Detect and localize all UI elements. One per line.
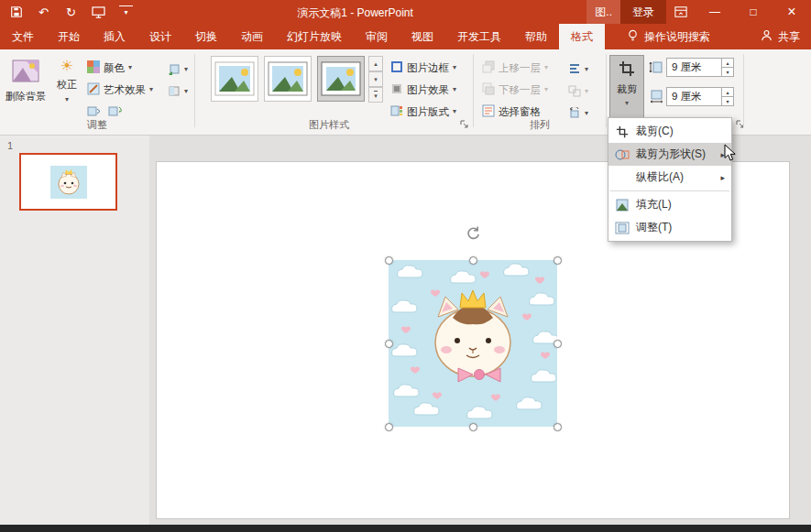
resize-handle-middle-left[interactable]	[385, 340, 393, 348]
customize-qat-icon[interactable]: ▾	[119, 5, 133, 19]
maximize-button[interactable]: □	[734, 0, 773, 24]
tab-slideshow[interactable]: 幻灯片放映	[275, 24, 354, 49]
picture-transparency-icon	[168, 85, 181, 99]
reset-picture-button[interactable]: ▾	[166, 59, 190, 81]
shape-height-field[interactable]: 9 厘米 ▴ ▾	[666, 58, 734, 77]
start-slideshow-icon[interactable]	[92, 5, 105, 19]
tab-help[interactable]: 帮助	[513, 24, 559, 49]
share-button[interactable]: 共享	[750, 24, 811, 49]
minimize-button[interactable]: —	[696, 0, 734, 24]
corrections-label: 校正	[57, 78, 77, 92]
menu-item-crop[interactable]: 裁剪(C)	[608, 120, 731, 143]
group-objects-icon	[568, 85, 581, 99]
corrections-button[interactable]: ☀ 校正 ▾	[50, 56, 83, 122]
undo-icon[interactable]: ↶	[37, 5, 50, 19]
crop-dropdown-arrow: ▾	[625, 100, 629, 107]
gallery-scroll-up-button[interactable]: ▴	[368, 56, 383, 71]
resize-handle-bottom-left[interactable]	[385, 423, 393, 431]
shape-width-value[interactable]: 9 厘米	[667, 88, 721, 105]
resize-handle-bottom-right[interactable]	[553, 423, 562, 431]
tab-home[interactable]: 开始	[46, 24, 92, 49]
group-dropdown-arrow: ▾	[585, 88, 588, 95]
height-spin-down[interactable]: ▾	[722, 68, 733, 76]
redo-icon[interactable]: ↻	[64, 5, 78, 19]
tab-file[interactable]: 文件	[0, 24, 46, 49]
submenu-arrow-icon: ▸	[720, 173, 725, 182]
save-icon[interactable]	[9, 5, 23, 19]
sun-icon: ☀	[60, 59, 73, 73]
close-button[interactable]: ×	[773, 0, 811, 24]
picture-effects-label: 图片效果	[407, 83, 449, 97]
gallery-scroll-down-button[interactable]: ▾	[368, 71, 383, 87]
picture-border-button[interactable]: 图片边框 ▾	[389, 57, 473, 79]
picture-style-2[interactable]	[264, 56, 312, 102]
shape-width-icon	[649, 90, 663, 106]
compress-picture-icon[interactable]	[87, 105, 101, 119]
shape-height-value[interactable]: 9 厘米	[667, 59, 721, 76]
crop-label: 裁剪	[617, 82, 637, 96]
remove-background-button[interactable]: 删除背景	[3, 56, 49, 122]
rotation-handle-icon[interactable]	[466, 225, 481, 244]
reset-picture-icon	[168, 63, 181, 77]
resize-handle-bottom-center[interactable]	[469, 423, 477, 431]
shape-width-field[interactable]: 9 厘米 ▴ ▾	[666, 87, 734, 106]
align-button[interactable]: ▾	[566, 59, 590, 81]
contextual-tab-overflow[interactable]: 图..	[586, 0, 620, 24]
layout-dropdown-arrow: ▾	[453, 108, 456, 115]
menu-item-fill[interactable]: 填充(L)	[608, 193, 731, 216]
menu-item-crop-to-shape[interactable]: 裁剪为形状(S) ▸	[608, 143, 731, 166]
tab-animations[interactable]: 动画	[229, 24, 275, 49]
crop-button-pressed[interactable]: 裁剪 ▾	[609, 55, 644, 123]
width-spin-up[interactable]: ▴	[722, 88, 733, 97]
height-spin-up[interactable]: ▴	[722, 59, 733, 68]
resize-handle-middle-right[interactable]	[553, 340, 562, 348]
picture-border-label: 图片边框	[407, 61, 449, 75]
tab-developer[interactable]: 开发工具	[445, 24, 513, 49]
artistic-dropdown-arrow: ▾	[149, 86, 153, 93]
color-button[interactable]: 颜色 ▾	[85, 57, 164, 79]
group-button[interactable]: ▾	[566, 81, 590, 103]
resize-handle-top-center[interactable]	[469, 256, 477, 265]
ribbon-display-options-icon[interactable]	[666, 0, 696, 24]
rotate-dropdown-arrow: ▾	[585, 110, 588, 117]
artistic-effects-button[interactable]: 艺术效果 ▾	[85, 79, 164, 101]
bring-forward-button[interactable]: 上移一层 ▾	[480, 57, 561, 79]
aspect-ratio-icon-placeholder	[614, 170, 630, 185]
picture-effects-button[interactable]: 图片效果 ▾	[389, 79, 473, 101]
tab-view[interactable]: 视图	[400, 24, 445, 49]
slide-1-thumbnail[interactable]	[19, 153, 117, 211]
menu-item-aspect-ratio[interactable]: 纵横比(A) ▸	[608, 166, 731, 189]
picture-layout-icon	[390, 104, 403, 119]
picture-style-1[interactable]	[211, 56, 258, 102]
tab-review[interactable]: 审阅	[354, 24, 400, 49]
tell-me-search[interactable]: 操作说明搜索	[618, 24, 719, 49]
group-separator	[473, 54, 474, 127]
bring-forward-icon	[482, 60, 495, 75]
login-button[interactable]: 登录	[620, 0, 666, 24]
styles-dialog-launcher-icon[interactable]	[460, 119, 469, 132]
picture-transparency-button[interactable]: ▾	[166, 81, 190, 103]
artistic-effects-label: 艺术效果	[104, 83, 146, 97]
gallery-more-button[interactable]: ▾	[368, 87, 383, 103]
person-icon	[761, 29, 773, 44]
selected-cat-picture[interactable]	[389, 260, 557, 427]
resize-handle-top-right[interactable]	[553, 256, 562, 265]
forward-dropdown-arrow: ▾	[544, 64, 548, 71]
width-spin-down[interactable]: ▾	[722, 97, 733, 105]
arrange-mini-column: ▾ ▾ ▾	[566, 59, 590, 125]
tab-format-active[interactable]: 格式	[559, 24, 605, 49]
powerpoint-window: ↶ ↻ ▾ 演示文稿1 - PowerPoint 图.. 登录 — □ × 文件…	[0, 0, 811, 532]
tab-insert[interactable]: 插入	[92, 24, 137, 49]
tab-transitions[interactable]: 切换	[183, 24, 229, 49]
share-label: 共享	[778, 29, 800, 45]
send-backward-button[interactable]: 下移一层 ▾	[480, 79, 561, 101]
menu-item-fit[interactable]: 调整(T)	[608, 216, 731, 239]
picture-style-3-selected[interactable]	[317, 56, 365, 102]
tab-design[interactable]: 设计	[137, 24, 183, 49]
menu-item-crop-to-shape-label: 裁剪为形状(S)	[636, 147, 706, 162]
crop-to-shape-icon	[614, 147, 630, 162]
lightbulb-icon	[627, 29, 639, 45]
crop-icon	[619, 60, 635, 79]
resize-handle-top-left[interactable]	[385, 256, 393, 265]
change-picture-icon[interactable]	[108, 105, 122, 119]
